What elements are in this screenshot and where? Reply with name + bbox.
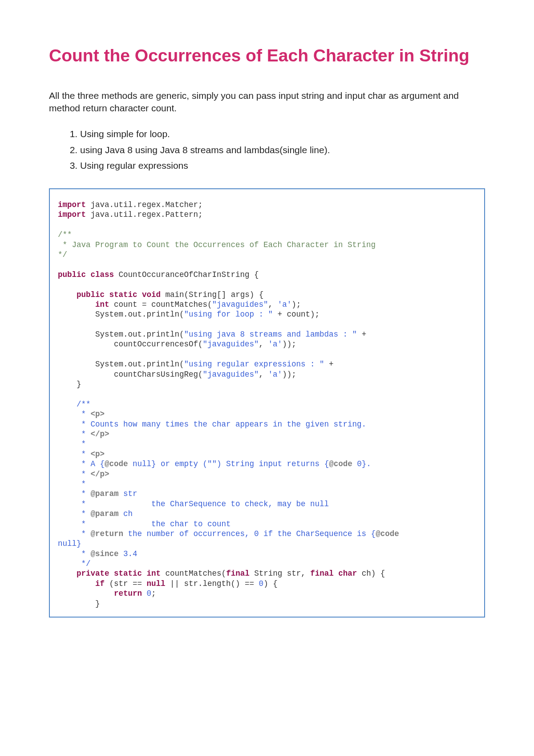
code-text: ,	[259, 340, 268, 349]
code-javadoc: *	[58, 439, 86, 448]
code-javadoc: null}	[58, 539, 81, 548]
code-annotation: @code	[105, 459, 128, 468]
code-text: main(	[161, 290, 189, 299]
code-text: (str ==	[105, 579, 147, 588]
code-keyword: final	[310, 569, 334, 578]
code-javadoc: *	[58, 450, 91, 459]
code-annotation: @param	[91, 489, 119, 498]
code-comment: /**	[58, 230, 72, 239]
page-title: Count the Occurrences of Each Character …	[49, 45, 485, 67]
code-literal: 0	[259, 579, 264, 588]
code-annotation: @code	[329, 459, 352, 468]
code-text: CountOccuranceOfCharInString {	[114, 270, 259, 279]
code-text: ,	[268, 300, 278, 309]
code-keyword: import	[58, 200, 86, 209]
list-item: Using regular expressions	[80, 159, 485, 173]
code-string: "javaguides"	[212, 300, 268, 309]
code-javadoc: str	[119, 489, 138, 498]
code-keyword: return	[114, 589, 142, 598]
code-text: System.out.println(	[58, 330, 184, 339]
code-javadoc: null	[128, 459, 152, 468]
code-string: "using regular expressions : "	[184, 360, 324, 369]
code-text: ;	[151, 589, 156, 598]
code-text: }	[58, 380, 81, 389]
code-keyword: if	[95, 579, 105, 588]
code-javadoc: * Counts how many times the char appears…	[58, 420, 366, 429]
code-javadoc: } or empty ("") String input returns {	[151, 459, 329, 468]
code-text: +	[357, 330, 366, 339]
code-javadoc: *	[58, 489, 91, 498]
code-text: }	[58, 599, 100, 608]
code-string: "javaguides"	[203, 370, 259, 379]
code-annotation: @return	[91, 529, 124, 538]
code-keyword: public	[77, 290, 105, 299]
code-text: ch) {	[357, 569, 385, 578]
code-javadoc: *	[58, 410, 91, 419]
code-annotation: @code	[376, 529, 399, 538]
code-keyword: null	[147, 579, 166, 588]
code-text	[142, 589, 147, 598]
code-keyword: int	[95, 300, 109, 309]
code-tag: <p>	[91, 410, 105, 419]
code-text: + count);	[273, 310, 320, 319]
code-javadoc: * A {	[58, 459, 105, 468]
code-javadoc: ch	[119, 509, 133, 518]
code-keyword: static	[109, 290, 138, 299]
code-javadoc: * the char to count	[58, 520, 231, 528]
code-keyword: public	[58, 270, 86, 279]
code-text: ) {	[263, 579, 278, 588]
code-text: countMatches(	[161, 569, 226, 578]
code-javadoc: *	[58, 430, 91, 439]
code-annotation: @since	[91, 549, 119, 558]
code-literal: 0	[147, 589, 152, 598]
code-javadoc: /**	[58, 400, 91, 409]
intro-paragraph: All the three methods are generic, simpl…	[49, 89, 485, 115]
code-text: +	[324, 360, 334, 369]
code-text: count = countMatches(	[109, 300, 212, 309]
code-text: System.out.println(	[58, 360, 184, 369]
code-text: java.util.regex.Pattern;	[86, 210, 203, 219]
code-javadoc: *	[58, 549, 91, 558]
code-text: ));	[282, 370, 296, 379]
code-keyword: class	[91, 270, 114, 279]
code-javadoc: *	[58, 470, 91, 479]
code-tag: </p>	[91, 470, 109, 479]
code-keyword: int	[147, 569, 161, 578]
code-tag: </p>	[91, 430, 109, 439]
code-block: import java.util.regex.Matcher; import j…	[49, 188, 485, 618]
code-keyword: private	[77, 569, 109, 578]
code-comment: * Java Program to Count the Occurrences …	[58, 240, 376, 249]
code-text: java.util.regex.Matcher;	[86, 200, 203, 209]
code-keyword: char	[334, 569, 357, 578]
code-javadoc: * the CharSequence to check, may be null	[58, 500, 329, 508]
code-string: "using java 8 streams and lambdas : "	[184, 330, 357, 339]
code-javadoc: *	[58, 529, 91, 538]
code-javadoc: the number of occurrences, 0 if the Char…	[123, 529, 376, 538]
code-text: countCharsUsingReg(	[58, 370, 203, 379]
code-javadoc: 0	[352, 459, 362, 468]
code-string: "using for loop : "	[184, 310, 273, 319]
code-keyword: final	[226, 569, 250, 578]
code-text: System.out.println(	[58, 310, 184, 319]
methods-list: Using simple for loop. using Java 8 usin…	[49, 127, 485, 173]
code-javadoc: *	[58, 480, 86, 488]
code-string: 'a'	[268, 340, 283, 349]
code-comment: */	[58, 250, 67, 259]
code-javadoc: *	[58, 509, 91, 518]
list-item: using Java 8 using Java 8 streams and la…	[80, 143, 485, 158]
code-keyword: static	[114, 569, 142, 578]
code-type: String	[189, 290, 217, 299]
code-keyword: import	[58, 210, 86, 219]
code-text: countOccurrencesOf(	[58, 340, 203, 349]
code-string: 'a'	[268, 370, 283, 379]
code-string: 'a'	[278, 300, 292, 309]
code-text: [] args) {	[217, 290, 263, 299]
code-tag: <p>	[91, 450, 105, 459]
code-text: );	[291, 300, 301, 309]
code-text: String	[250, 569, 283, 578]
code-text: str,	[282, 569, 310, 578]
list-item: Using simple for loop.	[80, 127, 485, 142]
code-javadoc: }.	[362, 459, 371, 468]
code-text: ));	[282, 340, 296, 349]
code-text: || str.length() ==	[166, 579, 259, 588]
